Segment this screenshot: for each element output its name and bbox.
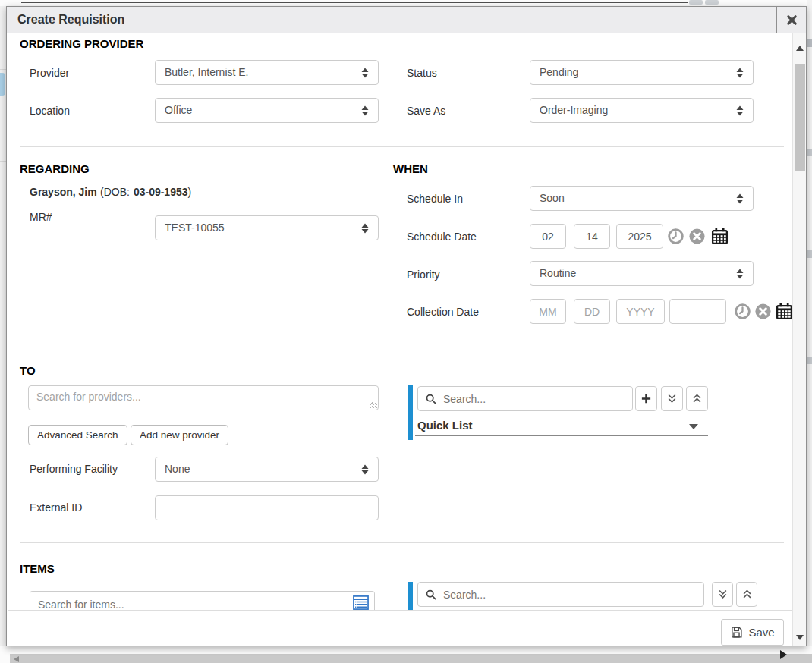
save-button[interactable]: Save [721,619,784,646]
page-behind-fragment [807,39,812,47]
calendar-icon[interactable] [710,227,729,246]
items-quick-search-input[interactable] [442,588,703,602]
scroll-left-icon[interactable] [14,656,19,662]
location-select[interactable]: Office [155,98,379,123]
provider-label: Provider [30,67,69,79]
quick-list-header[interactable]: Quick List [417,419,708,437]
expand-all-button[interactable] [661,386,683,411]
select-caret-icon [360,67,370,79]
section-to: TO [20,364,36,377]
items-quick-search[interactable] [417,582,704,607]
clock-icon[interactable] [734,303,751,320]
collapse-all-button[interactable] [686,386,708,411]
section-divider [20,347,784,347]
external-id-label: External ID [30,501,82,514]
save-icon [730,626,743,639]
status-label: Status [407,67,437,79]
to-quick-search-input[interactable] [442,392,632,406]
page-behind-border [21,2,688,3]
clock-icon[interactable] [667,228,685,245]
page-behind-fragment [689,0,703,5]
search-icon [425,589,437,601]
performing-facility-select[interactable]: None [155,457,379,482]
to-quick-search[interactable] [417,386,633,411]
provider-select[interactable]: Butler, Internist E. [155,60,379,85]
section-regarding: REGARDING [20,162,90,175]
save-as-value: Order-Imaging [540,99,608,122]
performing-facility-value: None [165,457,190,481]
advanced-search-button[interactable]: Advanced Search [28,425,127,445]
location-value: Office [165,99,192,122]
provider-value: Butler, Internist E. [165,61,249,84]
select-caret-icon [735,105,745,117]
screen: Create Requisition ORDERING PROVIDER Pro… [0,0,812,663]
save-button-label: Save [748,626,774,639]
section-divider [20,146,784,147]
item-search-box[interactable] [30,591,375,611]
page-behind-fragment [807,357,812,364]
schedule-year-input[interactable] [616,224,663,249]
add-new-provider-button[interactable]: Add new provider [131,425,228,445]
dialog-title: Create Requisition [7,7,806,33]
select-caret-icon [360,105,370,117]
scroll-down-icon[interactable] [796,635,804,640]
expand-all-button[interactable] [712,582,733,607]
external-id-input[interactable] [155,495,379,520]
section-when: WHEN [393,162,428,175]
mr-value: TEST-10055 [165,216,225,240]
schedule-day-input[interactable] [574,224,610,249]
item-search-input[interactable] [30,592,374,611]
performing-facility-label: Performing Facility [30,463,118,475]
resize-grip-icon[interactable] [370,402,377,409]
quick-panel-accent-bar [408,385,413,440]
dialog-header: Create Requisition [7,7,806,33]
select-caret-icon [735,268,745,280]
status-select[interactable]: Pending [530,60,754,85]
collection-month-input[interactable] [530,299,566,324]
page-behind-left [0,0,6,663]
schedule-in-select[interactable]: Soon [530,186,754,211]
select-caret-icon [735,193,745,205]
close-button[interactable] [776,7,806,33]
double-chevron-down-icon [717,589,729,600]
page-behind-right [807,0,812,663]
add-to-list-button[interactable] [635,386,657,411]
plus-icon [640,393,652,404]
scroll-right-icon[interactable] [780,650,787,659]
collection-date-label: Collection Date [407,306,479,318]
dob-suffix: ) [188,186,192,198]
save-as-select[interactable]: Order-Imaging [530,98,754,123]
page-behind-line [0,69,6,70]
collection-year-input[interactable] [616,299,665,324]
section-items: ITEMS [20,562,55,575]
page-behind-line [0,161,6,162]
dob-prefix: (DOB: [100,186,130,198]
schedule-date-label: Schedule Date [407,231,477,243]
calendar-icon[interactable] [775,302,794,321]
collection-time-input[interactable] [669,299,726,324]
scroll-up-icon[interactable] [796,46,804,51]
create-requisition-dialog: Create Requisition ORDERING PROVIDER Pro… [6,6,807,646]
collection-day-input[interactable] [574,299,610,324]
patient-dob: (DOB:03-09-1953) [100,186,191,198]
select-caret-icon [360,222,370,234]
horizontal-scrollbar[interactable] [10,654,812,663]
priority-select[interactable]: Routine [530,261,754,286]
collapse-all-button[interactable] [736,582,757,607]
clear-icon[interactable] [754,303,772,320]
page-behind-fragment [807,250,812,258]
vertical-scrollbar[interactable] [792,33,806,646]
select-caret-icon [360,463,370,476]
clear-icon[interactable] [688,228,706,245]
item-list-picker-icon[interactable] [352,595,370,611]
mr-select[interactable]: TEST-10055 [155,215,379,240]
double-chevron-up-icon [691,393,703,404]
section-divider [20,542,784,543]
schedule-month-input[interactable] [530,224,566,249]
scrollbar-thumb[interactable] [795,64,805,171]
provider-search-textarea[interactable] [28,385,379,410]
search-icon [425,393,437,405]
page-behind-fragment [807,149,812,156]
status-value: Pending [540,61,578,84]
caret-down-icon [689,424,698,429]
